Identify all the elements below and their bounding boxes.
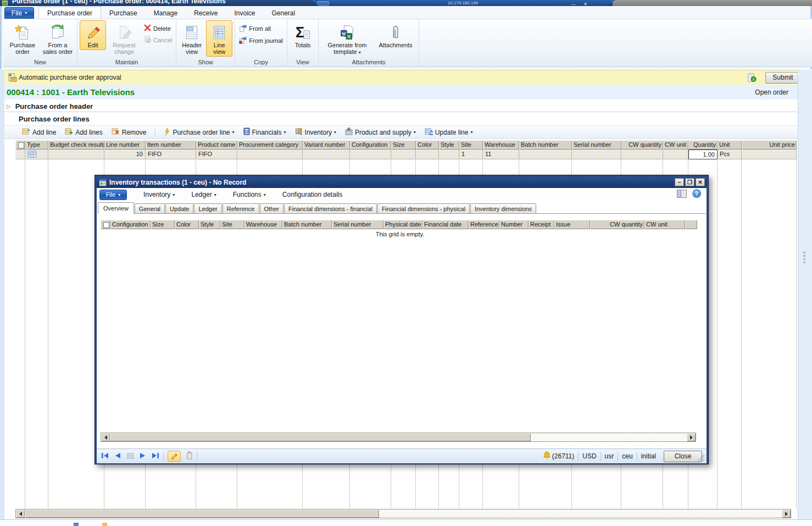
cancel-button[interactable]: Cancel	[142, 35, 174, 45]
dialog-grid-header[interactable]: Configuration Size Color Style Site Ware…	[101, 220, 697, 229]
dtab-update[interactable]: Update	[165, 203, 193, 213]
scrollbar-thumb[interactable]	[110, 433, 531, 441]
header-view-button[interactable]: Header view	[179, 20, 205, 57]
tab-invoice[interactable]: Invoice	[226, 7, 263, 19]
workflow-info-icon[interactable]: i	[748, 73, 757, 84]
cell-cw-unit[interactable]	[663, 150, 688, 159]
from-all-button[interactable]: From all	[237, 24, 285, 34]
cell-configuration[interactable]	[350, 150, 391, 159]
request-change-button[interactable]: Request change	[107, 20, 141, 57]
cell-quantity-input[interactable]: 1.00	[688, 150, 718, 159]
line-view-button[interactable]: Line view	[206, 20, 232, 57]
dialog-titlebar[interactable]: Inventory transactions (1 - ceu) - No Re…	[97, 177, 707, 188]
cell-budget-check[interactable]	[48, 150, 104, 159]
delete-button[interactable]: Delete	[142, 24, 174, 33]
cell-item-number[interactable]: FIFO	[146, 150, 196, 159]
last-record-button[interactable]	[152, 452, 159, 461]
remove-button[interactable]: Remove	[108, 127, 150, 138]
pin-icon[interactable]	[317, 1, 329, 5]
purchase-order-header-section[interactable]: ▷ Purchase order header	[4, 101, 798, 112]
splitter-grip[interactable]	[803, 252, 805, 263]
cell-color[interactable]	[416, 150, 439, 159]
maximize-button[interactable]: ❐	[685, 178, 694, 186]
show-panes-icon[interactable]	[677, 190, 687, 198]
first-record-button[interactable]	[101, 452, 109, 461]
dtab-reference[interactable]: Reference	[223, 203, 259, 213]
generate-from-template-button[interactable]: Generate from template ▾	[321, 20, 374, 58]
dtab-ledger[interactable]: Ledger	[194, 203, 221, 213]
dtab-inventory-dimensions[interactable]: Inventory dimensions	[470, 203, 536, 213]
cell-site[interactable]: 1	[459, 150, 483, 159]
lines-grid-row-1[interactable]: 10 FIFO FIFO 1 11 1.00 Pcs	[15, 150, 797, 159]
grid-view-button[interactable]	[126, 452, 134, 461]
dtab-overview[interactable]: Overview	[98, 202, 134, 214]
select-all-checkbox[interactable]	[18, 142, 24, 148]
cell-procurement-category[interactable]	[237, 150, 303, 159]
from-sales-order-button[interactable]: From a sales order	[41, 20, 75, 57]
next-record-button[interactable]	[140, 452, 146, 461]
cell-serial-number[interactable]	[572, 150, 621, 159]
cell-line-number[interactable]: 10	[104, 150, 146, 159]
bell-icon[interactable]	[543, 451, 551, 461]
scrollbar-thumb[interactable]	[25, 510, 379, 518]
main-horizontal-scrollbar[interactable]	[15, 509, 791, 518]
help-icon[interactable]: ?	[692, 189, 701, 198]
scroll-left-arrow[interactable]	[101, 433, 110, 441]
lines-grid-header[interactable]: Type Budget check results Line number It…	[15, 140, 797, 150]
cell-type[interactable]	[25, 150, 48, 159]
row-selector[interactable]	[15, 150, 25, 159]
resize-grip[interactable]	[698, 455, 704, 461]
from-journal-button[interactable]: From journal	[237, 36, 285, 46]
cell-warehouse[interactable]: 11	[483, 150, 519, 159]
tab-purchase-order[interactable]: Purchase order	[38, 7, 101, 19]
dialog-horizontal-scrollbar[interactable]	[101, 433, 696, 442]
scroll-left-arrow[interactable]	[16, 510, 25, 518]
attachments-button[interactable]: Attachments	[375, 20, 416, 50]
menu-ledger[interactable]: Ledger▾	[191, 191, 216, 198]
previous-record-button[interactable]	[114, 452, 121, 461]
dtab-general[interactable]: General	[135, 203, 165, 213]
cell-unit[interactable]: Pcs	[718, 150, 742, 159]
cell-variant-number[interactable]	[303, 150, 350, 159]
totals-button[interactable]: Σ Totals	[290, 20, 316, 50]
tab-receive[interactable]: Receive	[186, 7, 226, 19]
inventory-menu[interactable]: Inventory ▾	[292, 126, 340, 138]
scroll-right-arrow[interactable]	[782, 510, 791, 518]
dialog-file-button[interactable]: File ▾	[99, 190, 127, 200]
financials-menu[interactable]: Financials ▾	[240, 126, 290, 138]
dtab-fin-dim-physical[interactable]: Financial dimensions - physical	[377, 203, 470, 213]
edit-button[interactable]: Edit	[80, 20, 106, 50]
update-line-menu[interactable]: Update line ▾	[421, 127, 476, 138]
cell-style[interactable]	[439, 150, 459, 159]
product-and-supply-menu[interactable]: Product and supply ▾	[342, 126, 419, 138]
file-menu-button[interactable]: File ▾	[4, 7, 34, 19]
submit-button[interactable]: Submit	[765, 72, 800, 84]
scroll-right-arrow[interactable]	[687, 433, 696, 441]
close-window-button[interactable]: ✕	[696, 178, 705, 186]
minimize-button[interactable]: –	[675, 178, 684, 186]
attach-document-button[interactable]	[186, 451, 193, 461]
tab-purchase[interactable]: Purchase	[101, 7, 146, 19]
cell-unit-price[interactable]	[742, 150, 797, 159]
add-line-button[interactable]: Add line	[19, 127, 59, 138]
cell-product-name[interactable]: FIFO	[196, 150, 237, 159]
expand-arrow-icon[interactable]: ▷	[7, 103, 11, 109]
menu-functions[interactable]: Functions▾	[233, 191, 266, 198]
menu-configuration-details[interactable]: Configuration details	[282, 191, 342, 198]
notification-count[interactable]: (26711)	[552, 452, 574, 460]
dialog-select-all-checkbox[interactable]	[103, 222, 109, 228]
purchase-order-line-menu[interactable]: Purchase order line ▾	[161, 126, 237, 138]
cell-batch-number[interactable]	[519, 150, 572, 159]
menu-inventory[interactable]: Inventory▾	[143, 191, 175, 198]
template-icon	[338, 23, 357, 42]
close-button[interactable]: Close	[664, 451, 702, 462]
tab-manage[interactable]: Manage	[146, 7, 186, 19]
add-lines-button[interactable]: Add lines	[62, 127, 105, 138]
purchase-order-button[interactable]: Purchase order	[5, 20, 40, 57]
cell-cw-quantity[interactable]	[621, 150, 663, 159]
dtab-fin-dim-financial[interactable]: Financial dimensions - financial	[284, 203, 377, 213]
edit-record-button[interactable]	[168, 451, 181, 462]
tab-general[interactable]: General	[264, 7, 304, 19]
dtab-other[interactable]: Other	[260, 203, 284, 213]
cell-size[interactable]	[391, 150, 416, 159]
